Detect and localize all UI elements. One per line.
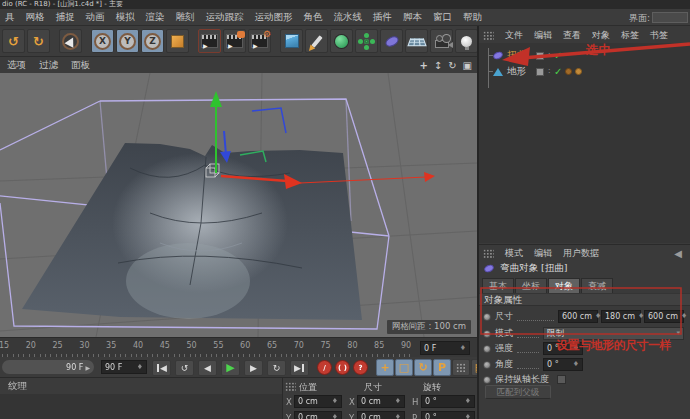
- stepper-icon[interactable]: ♦: [457, 345, 466, 352]
- prev-key-button[interactable]: ◀: [198, 360, 217, 376]
- mode-dropdown[interactable]: 限制▾: [543, 327, 684, 340]
- menubar-item-14[interactable]: 帮助: [463, 11, 482, 24]
- viewport-menu-item-2[interactable]: 面板: [71, 59, 90, 72]
- size-x-field[interactable]: 0 cm♦: [357, 395, 405, 408]
- phong-tag-icon[interactable]: [565, 68, 572, 75]
- frame-offset-field[interactable]: 0 F ♦: [420, 341, 470, 355]
- menubar-item-9[interactable]: 角色: [304, 11, 323, 24]
- om-menu-item-2[interactable]: 查看: [563, 29, 581, 42]
- menubar-item-2[interactable]: 捕捉: [56, 11, 75, 24]
- animation-dot-icon[interactable]: [483, 313, 491, 321]
- angle-input[interactable]: 0 °♦: [543, 358, 583, 371]
- om-menu-item-1[interactable]: 编辑: [534, 29, 552, 42]
- redo-button[interactable]: ↻: [27, 29, 50, 53]
- play-button[interactable]: ▶: [221, 360, 240, 376]
- history-back-icon[interactable]: ◀: [674, 248, 682, 259]
- menubar-item-10[interactable]: 流水线: [334, 11, 363, 24]
- am-menu-item-0[interactable]: 模式: [505, 247, 523, 260]
- panel-handle-icon[interactable]: [483, 31, 494, 40]
- autokey-button[interactable]: P: [433, 359, 451, 376]
- object-name[interactable]: 地形: [507, 65, 526, 78]
- position-x-field[interactable]: 0 cm♦: [294, 395, 342, 408]
- menubar-item-0[interactable]: 具: [5, 11, 15, 24]
- menubar-item-7[interactable]: 运动跟踪: [206, 11, 244, 24]
- play-reverse-button[interactable]: ↺: [175, 360, 194, 376]
- axis-x-lock[interactable]: X: [91, 29, 114, 53]
- visibility-dots-icon[interactable]: ∶: [548, 67, 550, 76]
- keep-axis-checkbox[interactable]: [557, 375, 566, 384]
- goto-end-button[interactable]: ▶: [290, 360, 309, 376]
- interface-dropdown[interactable]: [652, 12, 688, 23]
- undo-button[interactable]: ↺: [2, 29, 25, 53]
- render-picture-viewer-button[interactable]: [223, 29, 246, 53]
- tab-0[interactable]: 基本: [482, 278, 514, 294]
- axis-z-lock[interactable]: Z: [141, 29, 164, 53]
- add-cube-button[interactable]: [280, 29, 303, 53]
- timeline-ruler[interactable]: 15202530354045505560657075808590 0 F ♦: [0, 337, 477, 357]
- goto-start-button[interactable]: ◀: [152, 360, 171, 376]
- live-selection-button[interactable]: [59, 29, 82, 53]
- camera-button[interactable]: [430, 29, 453, 53]
- stepper-icon[interactable]: ♦: [134, 364, 143, 371]
- visibility-dots-icon[interactable]: ∶: [548, 51, 550, 60]
- toggle-view-icon[interactable]: ▣: [463, 60, 472, 71]
- viewport-canvas[interactable]: 网格间距 : 100 cm: [0, 73, 477, 337]
- range-handle-icon[interactable]: ▶: [85, 364, 90, 371]
- deformer-button[interactable]: [380, 29, 403, 53]
- enabled-check-icon[interactable]: ✓: [554, 50, 562, 61]
- material-list-area[interactable]: [0, 394, 282, 419]
- animation-dot-icon[interactable]: [483, 345, 491, 353]
- menubar-item-1[interactable]: 网格: [26, 11, 45, 24]
- subdivision-surface-button[interactable]: [330, 29, 353, 53]
- animation-dot-icon[interactable]: [483, 376, 491, 384]
- viewport-menu-item-1[interactable]: 过滤: [39, 59, 58, 72]
- size-x-input[interactable]: 600 cm♦: [558, 310, 598, 323]
- om-menu-item-5[interactable]: 书签: [650, 29, 668, 42]
- tag-icon[interactable]: [575, 68, 582, 75]
- preview-range-slider[interactable]: 90 F ▶: [2, 360, 94, 374]
- enabled-check-icon[interactable]: ✓: [554, 66, 562, 77]
- environment-button[interactable]: [405, 29, 428, 53]
- panel-handle-icon[interactable]: [285, 382, 296, 391]
- menubar-item-3[interactable]: 动画: [86, 11, 105, 24]
- loop-button[interactable]: ↻: [267, 360, 286, 376]
- record-help-button[interactable]: ?: [353, 360, 368, 375]
- add-spline-button[interactable]: [305, 29, 328, 53]
- render-settings-button[interactable]: ⚙: [248, 29, 271, 53]
- record-params-button[interactable]: ( ): [335, 360, 350, 375]
- viewport-menu-item-0[interactable]: 选项: [7, 59, 26, 72]
- menubar-item-5[interactable]: 渲染: [146, 11, 165, 24]
- keyframe-selection-button[interactable]: [452, 359, 470, 376]
- keyframe-position-button[interactable]: +: [376, 359, 394, 376]
- om-menu-item-0[interactable]: 文件: [505, 29, 523, 42]
- pan-icon[interactable]: +: [419, 60, 427, 71]
- visibility-toggle[interactable]: [536, 52, 544, 60]
- rotation-p-field[interactable]: 0 °♦: [421, 411, 475, 419]
- menubar-item-6[interactable]: 雕刻: [176, 11, 195, 24]
- material-menu-label[interactable]: 纹理: [0, 378, 282, 393]
- om-menu-item-4[interactable]: 标签: [621, 29, 639, 42]
- object-row-bend[interactable]: 扭曲 ∶ ✓: [479, 48, 690, 63]
- om-menu-item-3[interactable]: 对象: [592, 29, 610, 42]
- record-keyframe-button[interactable]: /: [317, 360, 332, 375]
- menubar-item-12[interactable]: 脚本: [403, 11, 422, 24]
- panel-handle-icon[interactable]: [483, 249, 494, 258]
- am-menu-item-1[interactable]: 编辑: [534, 247, 552, 260]
- tab-1[interactable]: 坐标: [515, 278, 547, 294]
- strength-input[interactable]: 0 °♦: [543, 342, 583, 355]
- object-manager-list[interactable]: 扭曲 ∶ ✓ 地形 ∶ ✓: [479, 43, 690, 243]
- match-to-parent-button[interactable]: 匹配到父级: [485, 385, 551, 399]
- visibility-toggle[interactable]: [536, 68, 544, 76]
- dolly-icon[interactable]: ↕: [434, 60, 442, 71]
- array-generator-button[interactable]: [355, 29, 378, 53]
- size-y-input[interactable]: 180 cm♦: [601, 310, 641, 323]
- light-button[interactable]: [455, 29, 478, 53]
- am-menu-item-2[interactable]: 用户数据: [563, 247, 599, 260]
- menubar-item-13[interactable]: 窗口: [433, 11, 452, 24]
- menubar-item-4[interactable]: 模拟: [116, 11, 135, 24]
- orbit-icon[interactable]: ↻: [448, 60, 456, 71]
- size-y-field[interactable]: 0 cm♦: [357, 411, 405, 419]
- tab-3[interactable]: 衰减: [581, 278, 613, 294]
- object-row-landscape[interactable]: 地形 ∶ ✓: [479, 64, 690, 79]
- keyframe-scale-button[interactable]: □: [395, 359, 413, 376]
